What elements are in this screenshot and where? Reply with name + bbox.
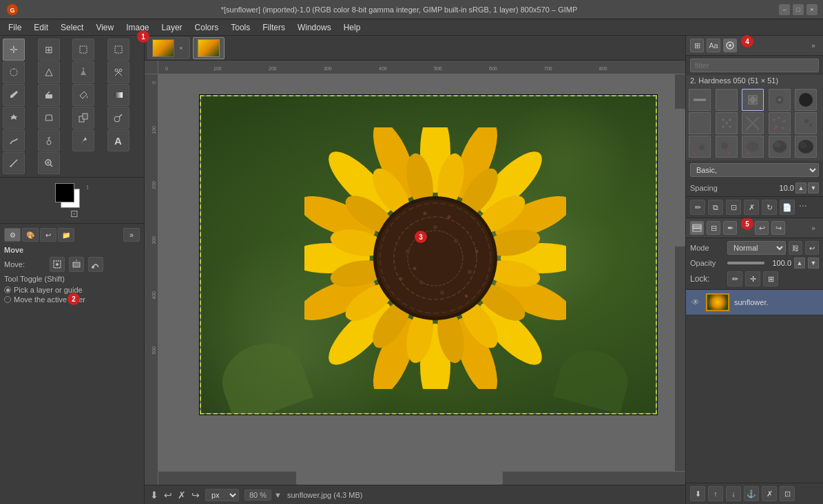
zoom-tool-button[interactable] <box>38 152 60 174</box>
menu-tools[interactable]: Tools <box>225 21 256 34</box>
maximize-button[interactable]: □ <box>793 4 804 15</box>
brush-cell-hard-small[interactable] <box>716 89 738 111</box>
scissors-select-button[interactable] <box>107 61 129 83</box>
image-tab-2[interactable] <box>193 37 225 59</box>
history-opt-tab[interactable]: ↩ <box>40 228 56 242</box>
lock-position-button[interactable]: ✛ <box>745 271 760 286</box>
align-tool-button[interactable]: ⊞ <box>38 39 60 61</box>
foreground-color-swatch[interactable] <box>55 183 74 202</box>
tool-options-tab[interactable]: ⚙ <box>4 228 21 242</box>
airbrush-button[interactable] <box>38 129 60 151</box>
brush-cell-line[interactable] <box>689 89 711 111</box>
chain-button[interactable]: ⛓ <box>789 241 802 255</box>
brush-tab-icon[interactable] <box>723 39 737 52</box>
brush-preset-dropdown[interactable]: Basic, <box>690 163 819 177</box>
font-tab-icon[interactable]: Aa <box>707 39 720 52</box>
menu-windows[interactable]: Windows <box>292 21 337 34</box>
unit-dropdown[interactable]: px in mm <box>205 489 239 501</box>
brush-cell-soft-small[interactable] <box>769 89 791 111</box>
paths-tab-icon[interactable]: ✒ <box>723 221 737 235</box>
duplicate-brush-button[interactable]: ⧉ <box>708 200 723 215</box>
brush-cell-hard-medium[interactable] <box>742 89 764 111</box>
canvas-scroll-area[interactable]: 3 <box>158 74 685 471</box>
radio-move-layer-dot[interactable] <box>4 296 11 303</box>
opacity-down-button[interactable]: ▼ <box>808 258 819 269</box>
paintbrush-button[interactable] <box>3 84 25 106</box>
channels-tab-icon[interactable]: ⊟ <box>707 221 720 235</box>
move-selection-button[interactable] <box>69 257 84 272</box>
delete-layer-button[interactable]: ✗ <box>762 486 777 501</box>
brush-cell-grunge-2[interactable]: + <box>716 136 738 158</box>
menu-layer[interactable]: Layer <box>156 21 188 34</box>
layers-expand-button[interactable]: » <box>808 222 819 233</box>
mode-dropdown[interactable]: Normal <box>727 241 786 255</box>
color-tab[interactable]: 🎨 <box>22 228 39 242</box>
lock-alpha-button[interactable]: ⊞ <box>763 271 778 286</box>
menu-edit[interactable]: Edit <box>28 21 54 34</box>
reset-colors-button[interactable]: ⊡ <box>70 208 79 219</box>
delete-brush-button[interactable]: ✗ <box>744 200 759 215</box>
brush-cell-grunge-4[interactable] <box>769 136 791 158</box>
brush-cell-scattered-2[interactable] <box>795 112 817 134</box>
rect-select-button[interactable] <box>107 39 129 61</box>
move-path-button[interactable] <box>88 257 103 272</box>
brush-cell-scattered-1[interactable]: + + <box>769 112 791 134</box>
brush-cell-grunge-3[interactable]: ++ <box>742 136 764 158</box>
menu-select[interactable]: Select <box>55 21 89 34</box>
new-layer-button[interactable]: ⬇ <box>690 486 705 501</box>
anchor-layer-button[interactable]: ⚓ <box>744 486 759 501</box>
swap-colors-button[interactable]: ↕ <box>86 183 90 191</box>
spacing-down-button[interactable]: ▼ <box>808 182 819 193</box>
move-tool-button[interactable]: ✛ <box>3 39 25 61</box>
tab-close-1[interactable]: × <box>177 44 185 52</box>
text-tool-button[interactable]: A <box>107 129 129 151</box>
bucket-fill-button[interactable] <box>72 84 94 106</box>
raise-layer-button[interactable]: ↑ <box>708 486 723 501</box>
zoom-dropdown-button[interactable]: ▼ <box>274 491 282 499</box>
menu-view[interactable]: View <box>90 21 119 34</box>
fuzzy-select-button[interactable] <box>38 61 60 83</box>
new-layer-copy-button[interactable]: ⊡ <box>780 486 795 501</box>
minimize-button[interactable]: – <box>779 4 790 15</box>
brush-cell-grunge-5[interactable] <box>795 136 817 158</box>
refresh-brush-button[interactable]: ↻ <box>762 200 777 215</box>
lock-pixels-button[interactable]: ✏ <box>727 271 742 286</box>
brush-cell-dots[interactable] <box>716 112 738 134</box>
menu-help[interactable]: Help <box>338 21 366 34</box>
lower-layer-button[interactable]: ↓ <box>726 486 741 501</box>
brush-cell-grunge-1[interactable]: + <box>689 136 711 158</box>
pattern-tab-icon[interactable]: ⊞ <box>690 39 704 52</box>
move-layer-button[interactable] <box>50 257 65 272</box>
perspective-button[interactable] <box>38 107 60 129</box>
image-tab-1[interactable]: × <box>147 37 190 59</box>
layers-tab-icon[interactable] <box>690 221 704 235</box>
unit-select[interactable]: px in mm <box>205 489 239 501</box>
brushes-expand-button[interactable]: » <box>808 40 819 51</box>
dodgeburn-button[interactable] <box>107 107 129 129</box>
measure-button[interactable] <box>3 152 25 174</box>
menu-colors[interactable]: Colors <box>189 21 225 34</box>
opacity-up-button[interactable]: ▲ <box>794 258 805 269</box>
export-brush-button[interactable]: 📄 <box>780 200 795 215</box>
vertical-scrollbar[interactable] <box>674 74 685 471</box>
eraser-button[interactable] <box>38 84 60 106</box>
close-button[interactable]: × <box>806 4 817 15</box>
layer-item-sunflower[interactable]: 👁 sunflower. <box>686 290 823 315</box>
free-select-button[interactable] <box>72 39 94 61</box>
undo-layers-icon[interactable]: ↩ <box>755 221 769 235</box>
status-undo-button[interactable]: ↩ <box>164 490 172 501</box>
history-button[interactable]: ↩ <box>805 241 819 255</box>
menu-filters[interactable]: Filters <box>257 21 291 34</box>
more-options-button[interactable]: ··· <box>798 200 809 215</box>
layer-visibility-toggle[interactable]: 👁 <box>690 297 701 308</box>
brush-cell-hard-large[interactable] <box>795 89 817 111</box>
menu-file[interactable]: File <box>3 21 27 34</box>
color-select-button[interactable] <box>72 61 94 83</box>
brush-filter-input[interactable] <box>690 59 819 72</box>
spacing-up-button[interactable]: ▲ <box>795 182 806 193</box>
brush-cell-star[interactable] <box>689 112 711 134</box>
resources-opt-tab[interactable]: 📁 <box>58 228 74 242</box>
lasso-select-button[interactable] <box>3 61 25 83</box>
expand-tool-opts[interactable]: » <box>123 228 140 242</box>
status-close-button[interactable]: ✗ <box>178 490 186 501</box>
